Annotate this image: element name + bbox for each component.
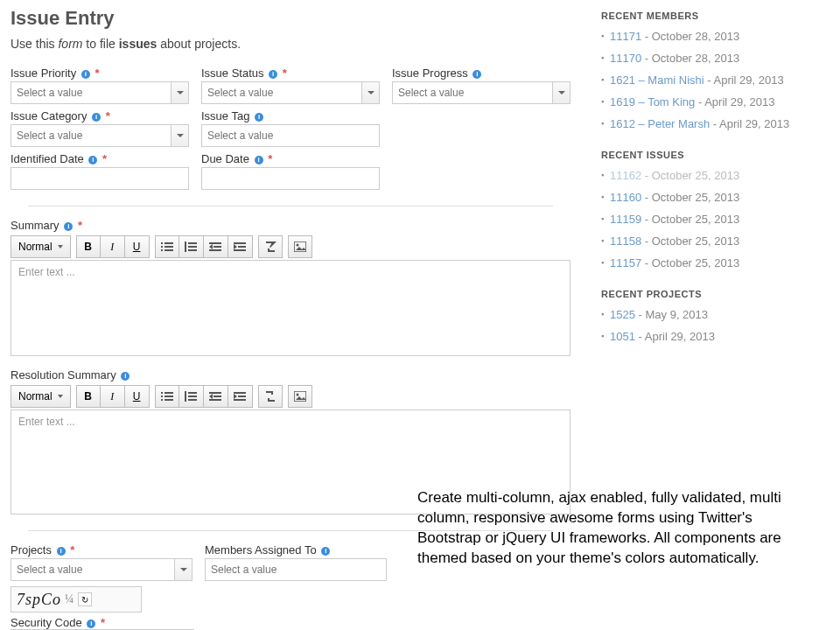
category-dropdown-button[interactable] — [172, 124, 189, 147]
outdent-button[interactable] — [204, 235, 228, 258]
info-icon[interactable]: i — [121, 372, 130, 381]
list-item-link[interactable]: 11162 — [610, 169, 641, 182]
info-icon[interactable]: i — [269, 70, 277, 79]
info-icon[interactable]: i — [64, 222, 73, 231]
svg-rect-34 — [294, 391, 306, 402]
info-icon[interactable]: i — [88, 156, 97, 164]
progress-dropdown-button[interactable] — [553, 81, 570, 104]
list-item[interactable]: 11157 - October 25, 2013 — [601, 256, 830, 270]
list-item-link[interactable]: 1621 – Mami Nishi — [610, 74, 704, 87]
divider — [28, 206, 553, 206]
list-item-link[interactable]: 11160 — [610, 191, 641, 204]
info-icon[interactable]: i — [255, 113, 263, 122]
list-item-link[interactable]: 11158 — [610, 234, 641, 248]
due-date-input[interactable] — [201, 167, 380, 190]
recent-issues-list: 11162 - October 25, 201311160 - October … — [601, 169, 830, 270]
info-icon[interactable]: i — [92, 113, 101, 122]
format-dropdown[interactable]: Normal — [10, 385, 71, 408]
info-icon[interactable]: i — [81, 70, 90, 79]
link-button[interactable] — [258, 235, 283, 258]
projects-select[interactable] — [10, 558, 175, 581]
list-item-link[interactable]: 11171 — [610, 30, 641, 43]
svg-rect-15 — [234, 249, 246, 251]
image-button[interactable] — [288, 385, 312, 408]
summary-editor[interactable]: Enter text ... — [10, 260, 570, 356]
svg-rect-23 — [164, 399, 173, 401]
list-item-link[interactable]: 11157 — [610, 256, 641, 270]
info-icon[interactable]: i — [87, 620, 95, 628]
list-ul-button[interactable] — [155, 235, 179, 258]
list-item-link[interactable]: 11170 — [610, 52, 641, 65]
list-item[interactable]: 1619 – Tom King - April 29, 2013 — [601, 95, 830, 108]
format-dropdown[interactable]: Normal — [10, 235, 71, 258]
list-item[interactable]: 11162 - October 25, 2013 — [601, 169, 830, 182]
label-progress: Issue Progress i — [392, 66, 570, 80]
link-button[interactable] — [258, 385, 283, 408]
captcha-refresh-button[interactable]: ↻ — [78, 592, 92, 606]
list-item[interactable]: 1051 - April 29, 2013 — [601, 330, 830, 343]
list-ol-button[interactable] — [179, 235, 204, 258]
list-item[interactable]: 1621 – Mami Nishi - April 29, 2013 — [601, 74, 830, 87]
info-icon[interactable]: i — [57, 547, 66, 556]
list-item-link[interactable]: 11159 — [610, 213, 641, 226]
identified-date-input[interactable] — [10, 167, 189, 190]
status-select[interactable] — [201, 81, 362, 104]
svg-rect-27 — [185, 391, 186, 402]
svg-rect-30 — [209, 399, 221, 401]
label-status: Issue Status i * — [201, 66, 380, 80]
underline-button[interactable]: U — [125, 385, 150, 408]
list-item[interactable]: 11170 - October 28, 2013 — [601, 52, 830, 65]
promo-text: Create multi-column, ajax enabled, fully… — [417, 488, 785, 569]
outdent-button[interactable] — [204, 385, 228, 408]
list-item[interactable]: 11159 - October 25, 2013 — [601, 213, 830, 226]
members-input[interactable] — [205, 558, 387, 581]
svg-rect-20 — [161, 396, 163, 397]
svg-rect-33 — [234, 399, 246, 401]
italic-button[interactable]: I — [101, 235, 125, 258]
list-item[interactable]: 11158 - October 25, 2013 — [601, 234, 830, 248]
svg-rect-2 — [161, 246, 163, 248]
indent-button[interactable] — [228, 235, 253, 258]
image-button[interactable] — [288, 235, 312, 258]
svg-point-35 — [296, 394, 298, 396]
priority-select[interactable] — [10, 81, 172, 104]
recent-members-list: 11171 - October 28, 201311170 - October … — [601, 30, 830, 130]
list-item[interactable]: 1612 – Peter Marsh - April 29, 2013 — [601, 117, 830, 130]
recent-projects-list: 1525 - May 9, 20131051 - April 29, 2013 — [601, 308, 830, 343]
italic-button[interactable]: I — [101, 385, 125, 408]
svg-rect-19 — [164, 392, 173, 394]
category-select[interactable] — [10, 124, 172, 147]
list-item[interactable]: 11171 - October 28, 2013 — [601, 30, 830, 43]
projects-dropdown-button[interactable] — [175, 558, 192, 581]
list-item[interactable]: 1525 - May 9, 2013 — [601, 308, 830, 321]
bold-button[interactable]: B — [76, 385, 101, 408]
priority-dropdown-button[interactable] — [172, 81, 189, 104]
list-item[interactable]: 11160 - October 25, 2013 — [601, 191, 830, 204]
status-dropdown-button[interactable] — [362, 81, 380, 104]
list-item-link[interactable]: 1051 — [610, 330, 635, 343]
underline-button[interactable]: U — [125, 235, 150, 258]
required-icon: * — [268, 152, 272, 165]
info-icon[interactable]: i — [472, 70, 481, 79]
info-icon[interactable]: i — [255, 156, 263, 164]
svg-rect-14 — [238, 246, 246, 248]
list-ol-button[interactable] — [179, 385, 204, 408]
svg-rect-10 — [209, 242, 221, 244]
list-item-link[interactable]: 1612 – Peter Marsh — [610, 117, 710, 130]
tag-input[interactable] — [201, 124, 380, 147]
list-item-link[interactable]: 1619 – Tom King — [610, 95, 695, 108]
recent-issues-heading: RECENT ISSUES — [601, 150, 830, 160]
page-title: Issue Entry — [10, 7, 570, 30]
bold-button[interactable]: B — [76, 235, 101, 258]
label-category: Issue Category i * — [10, 109, 189, 122]
info-icon[interactable]: i — [321, 547, 330, 556]
svg-rect-4 — [161, 249, 163, 251]
list-ul-button[interactable] — [155, 385, 179, 408]
progress-select[interactable] — [392, 81, 553, 104]
svg-rect-28 — [209, 392, 221, 394]
intro-text: Use this form to file issues about proje… — [10, 37, 570, 51]
required-icon: * — [78, 219, 82, 232]
svg-rect-13 — [234, 242, 246, 244]
list-item-link[interactable]: 1525 — [610, 308, 635, 321]
indent-button[interactable] — [228, 385, 253, 408]
